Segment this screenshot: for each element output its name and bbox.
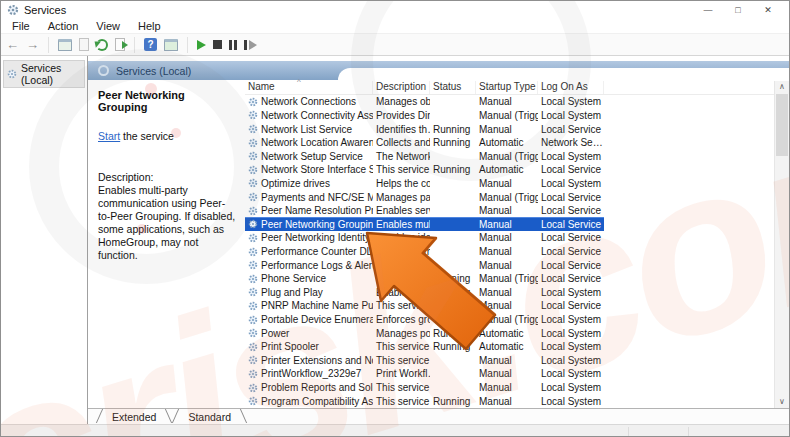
tree-item-services-local[interactable]: Services (Local) (3, 60, 85, 88)
table-row[interactable]: Network Connectivity Assist… Provides Di… (245, 109, 604, 123)
column-header-description[interactable]: Description (373, 80, 430, 94)
service-gear-icon (248, 206, 258, 216)
service-gear-icon (248, 165, 258, 175)
view-tabs: Extended Standard (88, 408, 789, 424)
table-row[interactable]: Print Spooler This service … Running Aut… (245, 340, 604, 354)
start-service-icon[interactable] (197, 40, 206, 50)
service-description: Helps the co… (373, 178, 430, 189)
status-bar-divider (628, 427, 629, 436)
menu-view[interactable]: View (87, 20, 129, 32)
status-bar (1, 424, 789, 437)
pause-service-icon[interactable] (229, 40, 232, 50)
service-name: Peer Networking Identity M… (261, 232, 373, 243)
table-row[interactable]: Network Store Interface Serv… This servi… (245, 163, 604, 177)
restart-service-icon[interactable] (244, 40, 247, 50)
service-log-on-as: Local Service (538, 124, 604, 135)
scroll-down-icon[interactable]: ∨ (775, 395, 789, 408)
service-status: Running (430, 287, 476, 298)
refresh-icon[interactable] (96, 39, 108, 51)
scroll-up-icon[interactable]: ∧ (775, 80, 789, 93)
tree-item-label: Services (Local) (21, 62, 81, 86)
service-description: Performanc… (373, 260, 430, 271)
table-row[interactable]: Program Compatibility Assis… This servic… (245, 394, 604, 408)
table-row[interactable]: Plug and Play Enables a c… Running Manua… (245, 286, 604, 300)
help-icon[interactable]: ? (144, 38, 157, 51)
show-console-tree-icon[interactable] (58, 39, 72, 51)
services-ring-icon (98, 65, 109, 76)
table-row[interactable]: Network Connections Manages ob… Manual L… (245, 95, 604, 109)
service-log-on-as: Local System (538, 96, 604, 107)
table-row[interactable]: Phone Service Manages th… Running Manual… (245, 272, 604, 286)
minimize-button[interactable]: — (693, 5, 723, 15)
back-icon[interactable]: ← (6, 38, 19, 51)
service-startup-type: Manual (Trigg… (476, 151, 538, 162)
service-gear-icon (248, 369, 258, 379)
service-status: Running (430, 137, 476, 148)
list-header: ^ Name Description Status Startup Type L… (245, 80, 789, 95)
title-bar: Services — □ ✕ (1, 1, 789, 19)
service-name: Network Connectivity Assist… (261, 110, 373, 121)
table-row[interactable]: Network Location Awareness Collects and … (245, 136, 604, 150)
service-description: Collects and … (373, 137, 430, 148)
service-startup-type: Manual (476, 300, 538, 311)
table-row[interactable]: Network Setup Service The Network… Manua… (245, 149, 604, 163)
export-list-icon[interactable] (115, 38, 125, 51)
scrollbar-thumb[interactable] (776, 94, 788, 156)
vertical-scrollbar[interactable]: ∧ ∨ (774, 80, 789, 408)
service-startup-type: Manual (476, 246, 538, 257)
table-row[interactable]: Peer Networking Identity M… Provides ide… (245, 231, 604, 245)
start-service-link[interactable]: Start (98, 130, 120, 142)
forward-icon[interactable]: → (26, 38, 39, 51)
table-row[interactable]: Problem Reports and Soluti… This service… (245, 381, 604, 395)
column-header-log-on-as[interactable]: Log On As (538, 80, 604, 94)
table-row[interactable]: Portable Device Enumerator … Enforces gr… (245, 313, 604, 327)
tab-extended[interactable]: Extended (96, 409, 172, 424)
service-startup-type: Manual (476, 124, 538, 135)
close-button[interactable]: ✕ (753, 5, 783, 15)
table-row[interactable]: Performance Counter DLL H… Enables rem… … (245, 245, 604, 259)
table-row[interactable]: Payments and NFC/SE Mana… Manages pa… Ma… (245, 190, 604, 204)
service-startup-type: Automatic (476, 341, 538, 352)
service-log-on-as: Local Service (538, 219, 604, 230)
pane-rounded-corner (338, 68, 789, 81)
service-name: Power (261, 328, 289, 339)
service-description: This service … (373, 355, 430, 366)
service-startup-type: Automatic (476, 137, 538, 148)
tab-standard[interactable]: Standard (172, 409, 247, 424)
table-row[interactable]: Optimize drives Helps the co… Manual Loc… (245, 177, 604, 191)
service-log-on-as: Local Service (538, 205, 604, 216)
service-log-on-as: Local System (538, 382, 604, 393)
table-row[interactable]: PNRP Machine Name Public… This service …… (245, 299, 604, 313)
service-status: Running (430, 396, 476, 407)
table-row[interactable]: Network List Service Identifies th… Runn… (245, 122, 604, 136)
table-row[interactable]: Peer Networking Grouping Enables mul… Ma… (245, 217, 604, 231)
status-bar-divider (688, 427, 689, 436)
stop-service-icon[interactable] (213, 40, 222, 49)
column-header-startup-type[interactable]: Startup Type (476, 80, 538, 94)
column-header-name[interactable]: Name (245, 80, 373, 94)
table-row[interactable]: Power Manages po… Running Automatic Loca… (245, 326, 604, 340)
maximize-button[interactable]: □ (723, 5, 753, 15)
table-row[interactable]: Performance Logs & Alerts Performanc… Ma… (245, 258, 604, 272)
service-name: Network List Service (261, 124, 352, 135)
toolbar: ← → ? (1, 33, 789, 56)
service-gear-icon (248, 192, 258, 202)
menu-bar: File Action View Help (1, 19, 789, 33)
properties-icon[interactable] (164, 39, 178, 51)
service-startup-type: Manual (476, 382, 538, 393)
menu-file[interactable]: File (3, 20, 39, 32)
menu-action[interactable]: Action (39, 20, 88, 32)
service-startup-type: Manual (476, 260, 538, 271)
table-row[interactable]: Printer Extensions and Notifi… This serv… (245, 354, 604, 368)
table-row[interactable]: Peer Name Resolution Proto… Enables serv… (245, 204, 604, 218)
toolbar-separator (48, 37, 49, 53)
service-description: This service … (373, 396, 430, 407)
column-header-status[interactable]: Status (430, 80, 476, 94)
service-log-on-as: Local Service (538, 260, 604, 271)
menu-help[interactable]: Help (129, 20, 170, 32)
service-log-on-as: Local Service (538, 300, 604, 311)
service-gear-icon (248, 274, 258, 284)
start-service-line: Start the service (98, 130, 237, 142)
table-row[interactable]: PrintWorkflow_2329e7 Print Workfl… Manua… (245, 367, 604, 381)
service-status: Running (430, 164, 476, 175)
